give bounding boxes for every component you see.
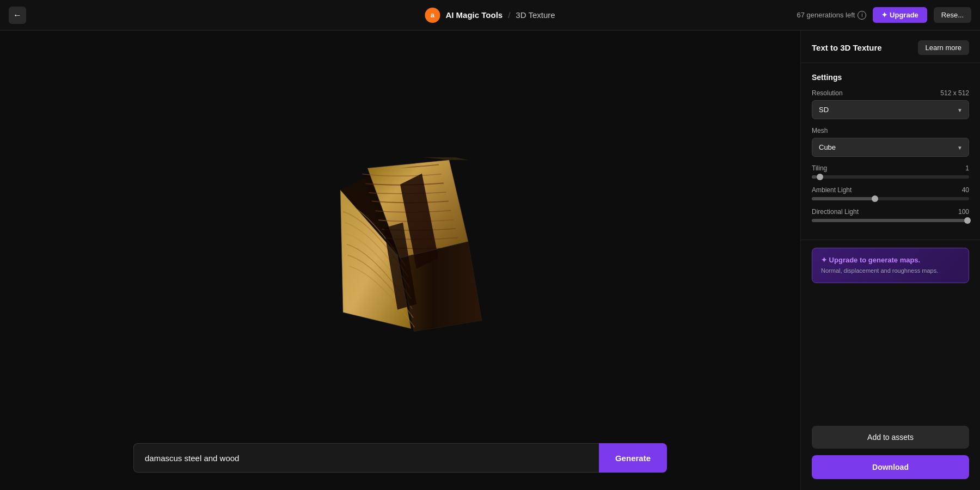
header-right: 67 generations left i ✦ Upgrade Rese... bbox=[797, 7, 972, 23]
main-layout: Generate Text to 3D Texture Learn more S… bbox=[0, 30, 980, 490]
page-name: 3D Texture bbox=[516, 10, 555, 20]
learn-more-button[interactable]: Learn more bbox=[918, 40, 969, 55]
settings-title: Settings bbox=[812, 73, 969, 82]
resolution-label: Resolution bbox=[812, 89, 843, 97]
upgrade-button[interactable]: ✦ Upgrade bbox=[873, 7, 927, 23]
add-to-assets-button[interactable]: Add to assets bbox=[812, 426, 969, 449]
breadcrumb-separator: / bbox=[508, 10, 510, 20]
header-center: a AI Magic Tools / 3D Texture bbox=[425, 8, 555, 23]
tiling-slider-thumb[interactable] bbox=[817, 174, 823, 180]
generations-counter: 67 generations left i bbox=[797, 11, 867, 20]
ambient-light-value: 40 bbox=[962, 186, 969, 194]
ambient-light-label: Ambient Light bbox=[812, 186, 852, 194]
mesh-setting: Mesh Cube Sphere Cylinder Plane bbox=[812, 127, 969, 157]
resolution-select[interactable]: SD HD 4K bbox=[812, 100, 969, 119]
upgrade-banner-desc: Normal, displacement and roughness maps. bbox=[821, 267, 960, 275]
back-button[interactable]: ← bbox=[9, 7, 26, 24]
resolution-setting: Resolution 512 x 512 SD HD 4K bbox=[812, 89, 969, 119]
directional-light-setting: Directional Light 100 bbox=[812, 208, 969, 222]
app-name: AI Magic Tools bbox=[445, 10, 503, 20]
download-button[interactable]: Download bbox=[812, 455, 969, 479]
right-panel: Text to 3D Texture Learn more Settings R… bbox=[800, 30, 980, 490]
prompt-input[interactable] bbox=[133, 443, 599, 473]
directional-light-value: 100 bbox=[958, 208, 969, 216]
directional-light-thumb[interactable] bbox=[964, 217, 971, 224]
tiling-label: Tiling bbox=[812, 164, 827, 172]
ambient-light-fill bbox=[812, 197, 875, 200]
panel-header: Text to 3D Texture Learn more bbox=[801, 30, 980, 63]
ambient-light-thumb[interactable] bbox=[872, 195, 878, 202]
prompt-bar: Generate bbox=[133, 443, 667, 473]
resolution-value: 512 x 512 bbox=[940, 89, 969, 97]
upgrade-banner: ✦ Upgrade to generate maps. Normal, disp… bbox=[812, 248, 969, 283]
info-icon[interactable]: i bbox=[857, 11, 866, 20]
directional-light-label: Directional Light bbox=[812, 208, 859, 216]
3d-object-container bbox=[313, 157, 487, 345]
resolution-select-wrapper: SD HD 4K bbox=[812, 100, 969, 119]
mesh-select[interactable]: Cube Sphere Cylinder Plane bbox=[812, 138, 969, 157]
panel-title: Text to 3D Texture bbox=[812, 43, 882, 52]
mesh-label: Mesh bbox=[812, 127, 828, 134]
generate-button[interactable]: Generate bbox=[599, 443, 667, 473]
directional-light-fill bbox=[812, 219, 969, 222]
settings-section: Settings Resolution 512 x 512 SD HD 4K bbox=[801, 63, 980, 240]
canvas-area: Generate bbox=[0, 30, 800, 490]
mesh-select-wrapper: Cube Sphere Cylinder Plane bbox=[812, 138, 969, 157]
ambient-light-slider[interactable] bbox=[812, 197, 969, 200]
directional-light-slider[interactable] bbox=[812, 219, 969, 222]
app-header: ← a AI Magic Tools / 3D Texture 67 gener… bbox=[0, 0, 980, 30]
back-icon: ← bbox=[13, 10, 22, 20]
ambient-light-setting: Ambient Light 40 bbox=[812, 186, 969, 200]
avatar: a bbox=[425, 8, 440, 23]
tiling-setting: Tiling 1 bbox=[812, 164, 969, 179]
3d-object-svg bbox=[313, 157, 487, 342]
reset-button[interactable]: Rese... bbox=[934, 7, 971, 23]
tiling-slider[interactable] bbox=[812, 175, 969, 179]
upgrade-banner-title: ✦ Upgrade to generate maps. bbox=[821, 256, 960, 264]
svg-marker-9 bbox=[422, 157, 468, 160]
tiling-value: 1 bbox=[965, 164, 969, 172]
tiling-slider-fill bbox=[812, 175, 817, 179]
